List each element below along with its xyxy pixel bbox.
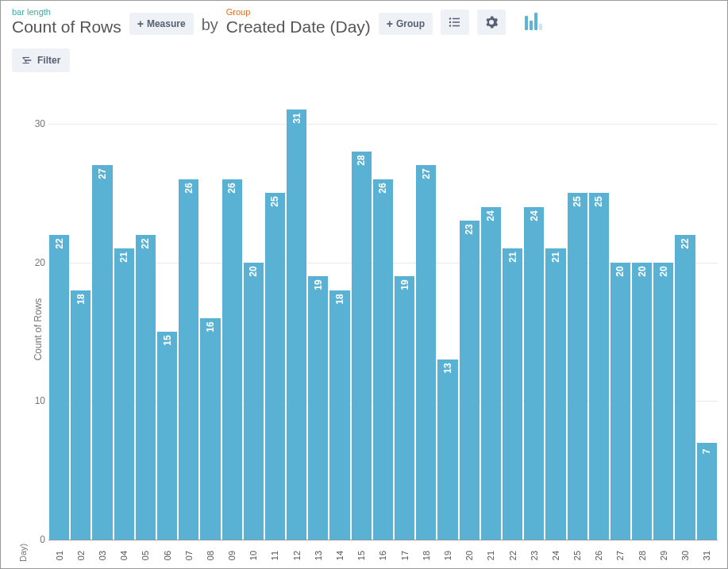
filter-bar: Filter xyxy=(1,39,727,77)
bar[interactable]: 20 xyxy=(244,96,264,540)
bar[interactable]: 19 xyxy=(395,96,414,540)
x-tick-label: 07 xyxy=(184,551,194,560)
bar[interactable]: 19 xyxy=(308,96,328,540)
bar-value-label: 15 xyxy=(162,335,173,345)
gridline xyxy=(48,540,718,540)
bar[interactable]: 18 xyxy=(329,96,349,540)
x-tick: 17 xyxy=(395,541,414,562)
x-tick: 30 xyxy=(675,541,695,562)
x-tick-label: 23 xyxy=(530,551,539,560)
bar[interactable]: 16 xyxy=(200,96,220,540)
bar[interactable]: 20 xyxy=(653,96,673,540)
bar[interactable]: 31 xyxy=(287,96,306,540)
group-field[interactable]: Group Created Date (Day) xyxy=(226,7,371,36)
x-tick: 18 xyxy=(416,541,436,562)
bar-value-label: 21 xyxy=(507,252,518,262)
bar[interactable]: 22 xyxy=(136,96,156,540)
x-tick-label: 04 xyxy=(119,551,129,560)
y-tick-label: 0 xyxy=(29,534,45,545)
bar[interactable]: 7 xyxy=(697,96,717,540)
bar[interactable]: 18 xyxy=(71,96,91,540)
bar[interactable]: 24 xyxy=(481,96,501,540)
plus-icon: + xyxy=(387,18,393,29)
bar-value-label: 25 xyxy=(593,197,604,207)
y-tick-label: 20 xyxy=(29,257,45,268)
bar[interactable]: 25 xyxy=(265,96,285,540)
measure-field[interactable]: bar length Count of Rows xyxy=(12,7,121,36)
svg-point-0 xyxy=(449,17,451,19)
svg-point-2 xyxy=(449,21,451,23)
bar[interactable]: 24 xyxy=(524,96,544,540)
bar-value-label: 22 xyxy=(680,238,691,248)
bar[interactable]: 22 xyxy=(49,96,69,540)
bar[interactable]: 13 xyxy=(437,96,457,540)
measure-value: Count of Rows xyxy=(12,17,121,36)
add-measure-button[interactable]: + Measure xyxy=(129,13,194,35)
x-tick: 29 xyxy=(653,541,673,562)
bar[interactable]: 23 xyxy=(460,96,480,540)
x-tick-label: 19 xyxy=(443,551,453,560)
bar[interactable]: 25 xyxy=(589,96,609,540)
add-measure-label: Measure xyxy=(147,18,186,29)
x-tick: 31 xyxy=(697,541,717,562)
chart-type-button[interactable] xyxy=(514,8,553,35)
bar-value-label: 20 xyxy=(248,266,259,276)
add-group-button[interactable]: + Group xyxy=(379,13,433,35)
bar-value-label: 25 xyxy=(269,197,280,207)
x-tick: 27 xyxy=(611,541,630,562)
legend-button[interactable] xyxy=(441,10,469,35)
bar-value-label: 13 xyxy=(442,363,453,373)
x-tick: 10 xyxy=(244,541,264,562)
filter-button[interactable]: Filter xyxy=(12,48,70,72)
bar-value-label: 22 xyxy=(140,238,151,248)
bar-value-label: 26 xyxy=(183,183,195,193)
x-tick-label: 08 xyxy=(206,551,215,560)
bar[interactable]: 27 xyxy=(92,96,112,540)
settings-button[interactable] xyxy=(477,10,506,35)
bar[interactable]: 28 xyxy=(352,96,372,540)
bar[interactable]: 20 xyxy=(611,96,630,540)
bar[interactable]: 27 xyxy=(416,96,436,540)
x-tick: 13 xyxy=(308,541,328,562)
bar[interactable]: 20 xyxy=(632,96,652,540)
bar[interactable]: 26 xyxy=(373,96,393,540)
svg-rect-8 xyxy=(23,63,28,63)
chart-area: Count of Rows Day) 0102030 2218272122152… xyxy=(25,96,718,562)
bar-value-label: 21 xyxy=(550,252,561,262)
bar-value-label: 20 xyxy=(614,266,626,276)
svg-rect-5 xyxy=(453,25,460,27)
x-tick: 02 xyxy=(71,541,91,562)
x-tick: 05 xyxy=(136,541,156,562)
x-tick-label: 31 xyxy=(702,551,711,560)
bar[interactable]: 21 xyxy=(503,96,522,540)
bar-value-label: 21 xyxy=(118,252,129,262)
bar[interactable]: 26 xyxy=(222,96,242,540)
svg-rect-1 xyxy=(453,18,460,20)
config-toolbar: bar length Count of Rows + Measure by Gr… xyxy=(1,1,727,39)
bar[interactable]: 22 xyxy=(675,96,695,540)
x-tick-label: 09 xyxy=(227,551,237,560)
bar[interactable]: 26 xyxy=(179,96,198,540)
x-tick-label: 02 xyxy=(76,551,86,560)
bar-value-label: 22 xyxy=(54,238,65,248)
bar-value-label: 31 xyxy=(291,113,302,124)
x-tick-label: 15 xyxy=(356,551,366,560)
bar[interactable]: 25 xyxy=(568,96,587,540)
bars-container: 2218272122152616262025311918282619271323… xyxy=(48,96,718,540)
x-tick-label: 12 xyxy=(292,551,302,560)
bar-value-label: 26 xyxy=(377,183,388,193)
x-tick: 25 xyxy=(568,541,587,562)
by-label: by xyxy=(202,16,218,36)
bar-value-label: 18 xyxy=(334,294,345,304)
x-tick-label: 18 xyxy=(422,551,431,560)
bar[interactable]: 21 xyxy=(545,96,565,540)
bar-value-label: 7 xyxy=(701,448,712,454)
svg-rect-7 xyxy=(25,60,31,61)
svg-point-4 xyxy=(449,25,451,26)
bar[interactable]: 15 xyxy=(157,96,177,540)
bar[interactable]: 21 xyxy=(114,96,134,540)
x-tick-label: 10 xyxy=(248,551,258,560)
x-tick: 14 xyxy=(329,541,349,562)
x-tick: 23 xyxy=(524,541,544,562)
x-tick-label: 06 xyxy=(163,551,172,560)
